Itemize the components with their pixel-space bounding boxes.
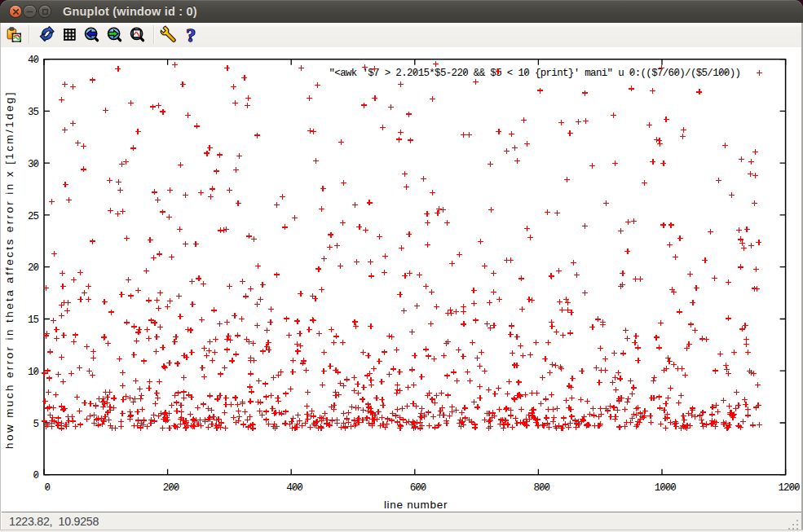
svg-text:400: 400 — [286, 482, 302, 494]
svg-text:how much error in theta affect: how much error in theta affects error in… — [3, 90, 15, 449]
svg-text:5: 5 — [33, 418, 38, 429]
svg-text:0: 0 — [33, 470, 38, 481]
svg-text:line number: line number — [383, 499, 447, 511]
svg-text:0: 0 — [44, 482, 50, 494]
svg-text:10: 10 — [27, 366, 38, 377]
svg-text:40: 40 — [27, 55, 38, 66]
svg-text:200: 200 — [162, 482, 179, 494]
svg-text:30: 30 — [27, 158, 38, 169]
svg-text:15: 15 — [27, 314, 38, 326]
svg-text:600: 600 — [409, 482, 426, 494]
svg-text:800: 800 — [533, 482, 549, 494]
svg-text:25: 25 — [27, 210, 38, 222]
svg-text:20: 20 — [27, 262, 38, 274]
svg-text:?: ? — [187, 25, 196, 46]
svg-text:"<awk '$7 > 2.2015*$5-220 && $: "<awk '$7 > 2.2015*$5-220 && $5 < 10 {pr… — [329, 68, 740, 79]
svg-text:35: 35 — [27, 107, 38, 118]
